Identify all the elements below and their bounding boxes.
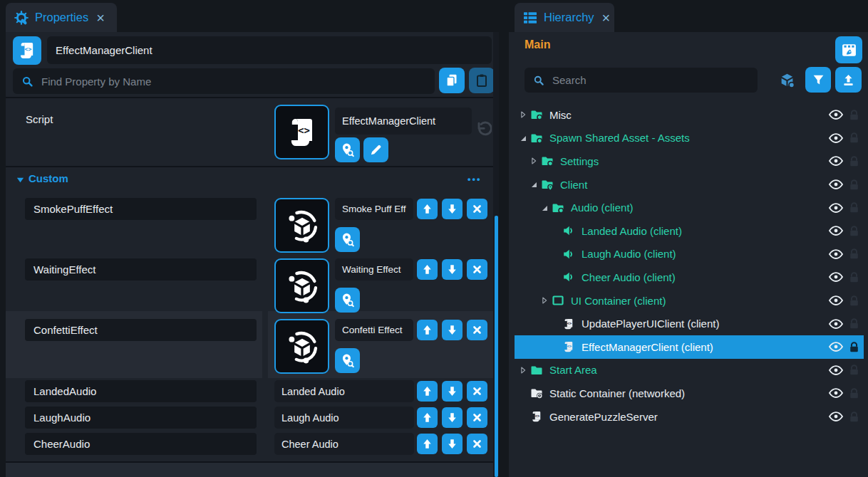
visibility-eye-icon[interactable] — [828, 130, 844, 146]
copy-properties-button[interactable] — [439, 68, 465, 93]
asset-thumbnail[interactable] — [274, 319, 329, 374]
expanded-arrow-icon[interactable] — [539, 203, 550, 213]
property-search-field[interactable] — [13, 68, 435, 94]
hierarchy-search-field[interactable] — [525, 68, 758, 93]
remove-button[interactable] — [467, 381, 487, 402]
lock-icon[interactable] — [848, 318, 860, 330]
collapsed-arrow-icon[interactable] — [539, 295, 550, 305]
tab-properties[interactable]: Properties × — [6, 3, 117, 32]
filter-button[interactable] — [805, 67, 831, 93]
move-up-button[interactable] — [417, 407, 438, 428]
remove-button[interactable] — [467, 434, 487, 454]
tree-item-audio-client[interactable]: Audio (client) — [515, 196, 864, 219]
tree-item-spawn-shared-asset-assets[interactable]: Spawn Shared Asset - Assets — [515, 127, 864, 150]
property-search-input[interactable] — [40, 75, 426, 88]
tree-item-laugh-audio-client[interactable]: Laugh Audio (client) — [515, 243, 864, 266]
entity-value-field[interactable]: Landed Audio — [274, 380, 414, 402]
move-down-button[interactable] — [442, 259, 463, 280]
tab-hierarchy-close-icon[interactable]: × — [602, 11, 611, 25]
visibility-eye-icon[interactable] — [828, 177, 844, 192]
visibility-eye-icon[interactable] — [828, 409, 844, 424]
remove-button[interactable] — [467, 320, 487, 340]
locate-asset-button[interactable] — [335, 288, 360, 313]
visibility-eye-icon[interactable] — [828, 362, 844, 378]
lock-icon[interactable] — [848, 132, 860, 144]
tree-item-effectmanagerclient-client[interactable]: EffectManagerClient (client) — [515, 335, 864, 359]
expanded-arrow-icon[interactable] — [528, 179, 539, 189]
collapsed-arrow-icon[interactable] — [517, 365, 529, 375]
custom-section-menu-button[interactable]: ••• — [467, 174, 482, 184]
tree-item-ui-container-client[interactable]: UI Container (client) — [515, 289, 864, 313]
properties-scrollbar-thumb[interactable] — [495, 216, 498, 477]
visibility-eye-icon[interactable] — [828, 269, 844, 285]
lock-icon[interactable] — [848, 387, 860, 399]
lock-icon[interactable] — [848, 248, 860, 260]
visibility-eye-icon[interactable] — [828, 316, 844, 332]
visibility-eye-icon[interactable] — [828, 153, 844, 169]
move-up-button[interactable] — [417, 434, 438, 454]
tree-item-updateplayeruiclient-client[interactable]: UpdatePlayerUIClient (client) — [515, 312, 864, 335]
lock-icon[interactable] — [848, 341, 860, 353]
visibility-eye-icon[interactable] — [828, 339, 844, 355]
asset-value-field[interactable]: Confetti Effect — [335, 319, 413, 341]
lock-icon[interactable] — [848, 271, 860, 283]
collapsed-arrow-icon[interactable] — [528, 156, 539, 166]
visibility-eye-icon[interactable] — [828, 246, 844, 262]
tree-item-landed-audio-client[interactable]: Landed Audio (client) — [515, 219, 864, 243]
custom-section-caret-icon[interactable] — [16, 175, 25, 184]
hierarchy-search-input[interactable] — [551, 73, 749, 87]
upload-button[interactable] — [835, 67, 862, 93]
tree-item-start-area[interactable]: Start Area — [515, 359, 864, 382]
remove-button[interactable] — [467, 407, 487, 428]
visibility-eye-icon[interactable] — [828, 293, 844, 308]
lock-icon[interactable] — [848, 109, 860, 121]
visibility-eye-icon[interactable] — [828, 107, 844, 122]
script-name-input[interactable] — [47, 36, 492, 64]
asset-value-field[interactable]: Smoke Puff Eff — [335, 198, 413, 220]
tab-properties-close-icon[interactable]: × — [96, 11, 105, 25]
tree-item-settings[interactable]: Settings — [515, 150, 864, 173]
lock-icon[interactable] — [848, 179, 860, 191]
lock-icon[interactable] — [848, 364, 860, 376]
move-up-button[interactable] — [417, 259, 438, 280]
remove-button[interactable] — [467, 199, 487, 219]
asset-thumbnail[interactable] — [274, 258, 329, 313]
lock-icon[interactable] — [848, 411, 860, 423]
remove-button[interactable] — [467, 259, 487, 280]
move-down-button[interactable] — [442, 199, 463, 219]
tree-item-client[interactable]: Client — [515, 173, 864, 196]
lock-icon[interactable] — [848, 295, 860, 307]
tree-item-cheer-audio-client[interactable]: Cheer Audio (client) — [515, 266, 864, 289]
script-value-field[interactable]: EffectManagerClient — [335, 108, 472, 135]
lock-icon[interactable] — [848, 201, 860, 214]
script-edit-button[interactable] — [363, 137, 388, 162]
move-down-button[interactable] — [442, 434, 463, 454]
tree-item-misc[interactable]: Misc — [515, 103, 864, 127]
asset-thumbnail[interactable] — [274, 198, 329, 253]
visibility-eye-icon[interactable] — [828, 200, 844, 216]
tree-item-generatepuzzleserver[interactable]: GeneratePuzzleServer — [515, 405, 864, 429]
move-down-button[interactable] — [442, 407, 463, 428]
move-up-button[interactable] — [417, 381, 438, 402]
reset-property-icon[interactable] — [475, 120, 492, 137]
asset-view-cube-icon[interactable] — [778, 72, 796, 89]
lock-icon[interactable] — [848, 225, 860, 237]
script-thumbnail[interactable] — [274, 105, 329, 159]
visibility-eye-icon[interactable] — [828, 223, 844, 238]
move-up-button[interactable] — [417, 320, 438, 340]
tree-item-static-container-networked[interactable]: Static Container (networked) — [515, 382, 864, 405]
move-up-button[interactable] — [417, 199, 438, 219]
collapsed-arrow-icon[interactable] — [517, 110, 529, 120]
entity-value-field[interactable]: Laugh Audio — [274, 407, 414, 429]
locate-asset-button[interactable] — [335, 348, 360, 373]
move-down-button[interactable] — [442, 320, 463, 340]
lock-icon[interactable] — [848, 155, 860, 167]
asset-value-field[interactable]: Waiting Effect — [335, 258, 413, 281]
expanded-arrow-icon[interactable] — [517, 133, 529, 143]
preview-world-button[interactable] — [835, 36, 862, 63]
move-down-button[interactable] — [442, 381, 463, 402]
script-locate-button[interactable] — [335, 137, 360, 162]
paste-properties-button[interactable] — [469, 68, 495, 93]
entity-value-field[interactable]: Cheer Audio — [274, 433, 414, 455]
visibility-eye-icon[interactable] — [828, 385, 844, 401]
